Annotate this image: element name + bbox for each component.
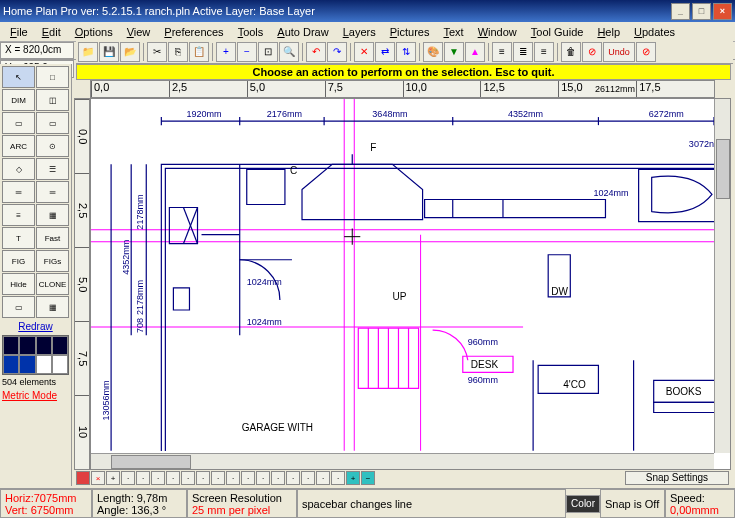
menu-layers[interactable]: Layers xyxy=(336,24,383,40)
bt-item-icon[interactable]: · xyxy=(121,471,135,485)
menu-options[interactable]: Options xyxy=(68,24,120,40)
tool-rotate-cw-icon[interactable]: ↷ xyxy=(327,42,347,62)
left-tool-19[interactable]: CLONE xyxy=(36,273,69,295)
tool-folder-icon[interactable]: 📂 xyxy=(120,42,140,62)
close-button[interactable]: × xyxy=(713,3,732,20)
tool-rotate-ccw-icon[interactable]: ↶ xyxy=(306,42,326,62)
tool-flip-v-icon[interactable]: ⇅ xyxy=(396,42,416,62)
bt-item-icon[interactable]: · xyxy=(136,471,150,485)
tool-cut-icon[interactable]: ✂ xyxy=(147,42,167,62)
palette-swatch[interactable] xyxy=(3,355,19,374)
palette-swatch[interactable] xyxy=(19,336,35,355)
left-tool-18[interactable]: Hide xyxy=(2,273,35,295)
left-tool-5[interactable]: ▭ xyxy=(36,112,69,134)
tool-paste-icon[interactable]: 📋 xyxy=(189,42,209,62)
tool-copy-icon[interactable]: ⎘ xyxy=(168,42,188,62)
bt-close-icon[interactable]: × xyxy=(91,471,105,485)
left-tool-8[interactable]: ◇ xyxy=(2,158,35,180)
tool-bring-front-icon[interactable]: ▲ xyxy=(465,42,485,62)
palette-swatch[interactable] xyxy=(36,355,52,374)
palette-swatch[interactable] xyxy=(3,336,19,355)
bt-item-icon[interactable]: · xyxy=(226,471,240,485)
left-tool-4[interactable]: ▭ xyxy=(2,112,35,134)
left-tool-14[interactable]: T xyxy=(2,227,35,249)
bt-item-icon[interactable]: · xyxy=(151,471,165,485)
bt-red-icon[interactable] xyxy=(76,471,90,485)
left-tool-16[interactable]: FIG xyxy=(2,250,35,272)
menu-preferences[interactable]: Preferences xyxy=(157,24,230,40)
vertical-scrollbar[interactable] xyxy=(714,99,730,453)
bt-item-icon[interactable]: · xyxy=(211,471,225,485)
menu-view[interactable]: View xyxy=(120,24,158,40)
color-button[interactable]: Color xyxy=(566,495,600,513)
bt-teal-plus-icon[interactable]: + xyxy=(346,471,360,485)
palette-swatch[interactable] xyxy=(19,355,35,374)
snap-settings-button[interactable]: Snap Settings xyxy=(625,471,729,485)
tool-send-back-icon[interactable]: ▼ xyxy=(444,42,464,62)
tool-zoom-fit-icon[interactable]: ⊡ xyxy=(258,42,278,62)
menu-file[interactable]: File xyxy=(3,24,35,40)
bt-plus-icon[interactable]: + xyxy=(106,471,120,485)
drawing-canvas[interactable]: 1920mm 2176mm 3648mm 4352mm 6272mm 3072n… xyxy=(90,98,731,470)
floor-plan[interactable]: 1920mm 2176mm 3648mm 4352mm 6272mm 3072n… xyxy=(91,99,714,451)
left-tool-7[interactable]: ⊙ xyxy=(36,135,69,157)
bt-item-icon[interactable]: · xyxy=(316,471,330,485)
left-tool-2[interactable]: DIM xyxy=(2,89,35,111)
tool-zoom-in-icon[interactable]: + xyxy=(216,42,236,62)
left-tool-12[interactable]: ≡ xyxy=(2,204,35,226)
left-tool-9[interactable]: ☰ xyxy=(36,158,69,180)
tool-save-icon[interactable]: 💾 xyxy=(99,42,119,62)
bt-item-icon[interactable]: · xyxy=(241,471,255,485)
menu-updates[interactable]: Updates xyxy=(627,24,682,40)
tool-help-icon[interactable]: ⊘ xyxy=(636,42,656,62)
horizontal-scrollbar[interactable] xyxy=(91,453,714,469)
menu-auto-draw[interactable]: Auto Draw xyxy=(270,24,335,40)
palette-swatch[interactable] xyxy=(36,336,52,355)
bt-item-icon[interactable]: · xyxy=(166,471,180,485)
metric-mode-button[interactable]: Metric Mode xyxy=(2,389,69,402)
menu-text[interactable]: Text xyxy=(436,24,470,40)
tool-flip-h-icon[interactable]: ⇄ xyxy=(375,42,395,62)
left-tool-3[interactable]: ◫ xyxy=(36,89,69,111)
bt-item-icon[interactable]: · xyxy=(271,471,285,485)
left-tool-20[interactable]: ▭ xyxy=(2,296,35,318)
tool-trash-icon[interactable]: 🗑 xyxy=(561,42,581,62)
menu-tool-guide[interactable]: Tool Guide xyxy=(524,24,591,40)
tool-zoom-window-icon[interactable]: 🔍 xyxy=(279,42,299,62)
menu-tools[interactable]: Tools xyxy=(231,24,271,40)
bt-item-icon[interactable]: · xyxy=(196,471,210,485)
menu-pictures[interactable]: Pictures xyxy=(383,24,437,40)
tool-no-icon[interactable]: ⊘ xyxy=(582,42,602,62)
left-tool-10[interactable]: ═ xyxy=(2,181,35,203)
tool-close-icon[interactable]: ✕ xyxy=(354,42,374,62)
maximize-button[interactable]: □ xyxy=(692,3,711,20)
palette-swatch[interactable] xyxy=(52,355,68,374)
bt-item-icon[interactable]: · xyxy=(331,471,345,485)
tool-zoom-out-icon[interactable]: − xyxy=(237,42,257,62)
minimize-button[interactable]: _ xyxy=(671,3,690,20)
bt-item-icon[interactable]: · xyxy=(286,471,300,485)
color-palette[interactable] xyxy=(2,335,69,375)
redraw-button[interactable]: Redraw xyxy=(2,318,69,335)
left-tool-0[interactable]: ↖ xyxy=(2,66,35,88)
tool-text-center-icon[interactable]: ≣ xyxy=(513,42,533,62)
tool-text-left-icon[interactable]: ≡ xyxy=(492,42,512,62)
bt-item-icon[interactable]: · xyxy=(301,471,315,485)
menu-edit[interactable]: Edit xyxy=(35,24,68,40)
tool-open-icon[interactable]: 📁 xyxy=(78,42,98,62)
left-tool-15[interactable]: Fast xyxy=(36,227,69,249)
tool-palette-icon[interactable]: 🎨 xyxy=(423,42,443,62)
left-tool-1[interactable]: □ xyxy=(36,66,69,88)
bt-item-icon[interactable]: · xyxy=(256,471,270,485)
left-tool-17[interactable]: FIGs xyxy=(36,250,69,272)
menu-help[interactable]: Help xyxy=(590,24,627,40)
left-tool-21[interactable]: ▦ xyxy=(36,296,69,318)
bt-teal-minus-icon[interactable]: − xyxy=(361,471,375,485)
left-tool-13[interactable]: ▦ xyxy=(36,204,69,226)
tool-text-right-icon[interactable]: ≡ xyxy=(534,42,554,62)
bt-item-icon[interactable]: · xyxy=(181,471,195,485)
undo-button[interactable]: Undo xyxy=(603,42,635,62)
left-tool-11[interactable]: ═ xyxy=(36,181,69,203)
left-tool-6[interactable]: ARC xyxy=(2,135,35,157)
menu-window[interactable]: Window xyxy=(471,24,524,40)
